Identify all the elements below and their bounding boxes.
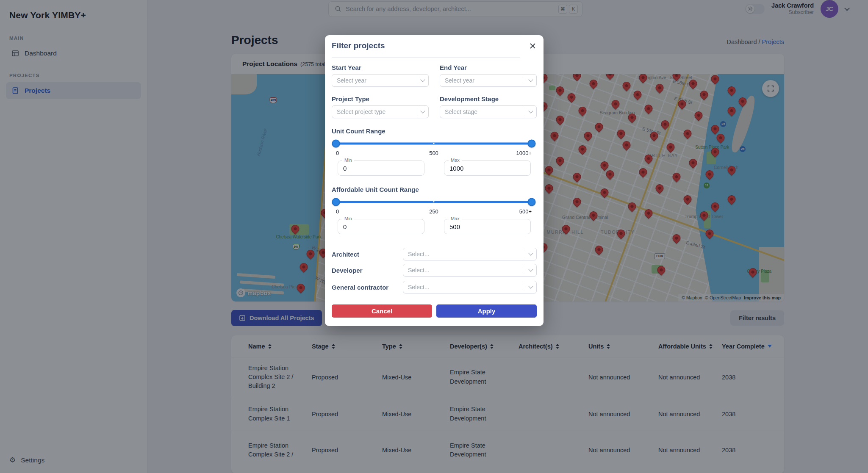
year-fields: Start Year Select year End Year Select y…: [332, 64, 537, 87]
unit-slider-min-handle[interactable]: [332, 139, 340, 147]
start-year-select[interactable]: Select year: [332, 74, 429, 87]
affordable-slider-max-handle[interactable]: [528, 198, 536, 206]
chevron-down-icon: [420, 77, 425, 82]
developer-select[interactable]: Select...: [403, 264, 537, 277]
unit-min-field: Min: [338, 160, 424, 176]
unit-min-input[interactable]: [338, 161, 424, 175]
general-contractor-row: General contractor Select...: [332, 281, 537, 293]
unit-count-slider: [336, 139, 532, 147]
start-year-label: Start Year: [332, 64, 429, 71]
end-year-select[interactable]: Select year: [440, 74, 537, 87]
project-type-select[interactable]: Select project type: [332, 105, 429, 118]
architect-select[interactable]: Select...: [403, 248, 537, 260]
general-contractor-select[interactable]: Select...: [403, 281, 537, 293]
close-icon[interactable]: [529, 42, 537, 50]
architect-row: Architect Select...: [332, 248, 537, 260]
general-contractor-label: General contractor: [332, 284, 403, 291]
affordable-slider-min-handle[interactable]: [332, 198, 340, 206]
affordable-max-field: Max: [444, 219, 531, 234]
unit-minmax-row: Min Max: [338, 160, 537, 176]
filter-projects-modal: Filter projects Start Year Select year E…: [325, 35, 544, 326]
development-stage-label: Development Stage: [440, 95, 537, 102]
type-stage-fields: Project Type Select project type Develop…: [332, 95, 537, 118]
developer-row: Developer Select...: [332, 264, 537, 277]
modal-divider: [332, 58, 520, 58]
app-root: New York YIMBY+ MAIN Dashboard PROJECTS …: [0, 0, 868, 473]
chevron-down-icon: [420, 108, 425, 113]
affordable-range-label: Affordable Unit Count Range: [332, 186, 537, 193]
modal-title: Filter projects: [332, 41, 385, 50]
modal-actions: Cancel Apply: [332, 304, 537, 318]
affordable-min-field: Min: [338, 219, 424, 234]
chevron-down-icon: [528, 284, 533, 288]
end-year-label: End Year: [440, 64, 537, 71]
chevron-down-icon: [528, 251, 533, 255]
unit-max-input[interactable]: [444, 161, 530, 175]
affordable-minmax-row: Min Max: [338, 219, 537, 234]
developer-label: Developer: [332, 267, 403, 274]
chevron-down-icon: [528, 108, 533, 113]
affordable-max-input[interactable]: [444, 219, 530, 234]
apply-button[interactable]: Apply: [436, 304, 537, 318]
unit-count-range-label: Unit Count Range: [332, 127, 537, 135]
cancel-button[interactable]: Cancel: [332, 304, 432, 318]
development-stage-select[interactable]: Select stage: [440, 105, 537, 118]
affordable-min-input[interactable]: [338, 219, 424, 234]
unit-slider-scale: 0 500 1000+: [336, 150, 532, 157]
unit-slider-max-handle[interactable]: [528, 139, 536, 147]
chevron-down-icon: [528, 77, 533, 82]
chevron-down-icon: [528, 267, 533, 271]
unit-max-field: Max: [444, 160, 531, 176]
architect-label: Architect: [332, 251, 403, 258]
modal-header: Filter projects: [332, 41, 537, 50]
project-type-label: Project Type: [332, 95, 429, 102]
affordable-slider-scale: 0 250 500+: [336, 208, 532, 215]
affordable-slider: [336, 198, 532, 206]
